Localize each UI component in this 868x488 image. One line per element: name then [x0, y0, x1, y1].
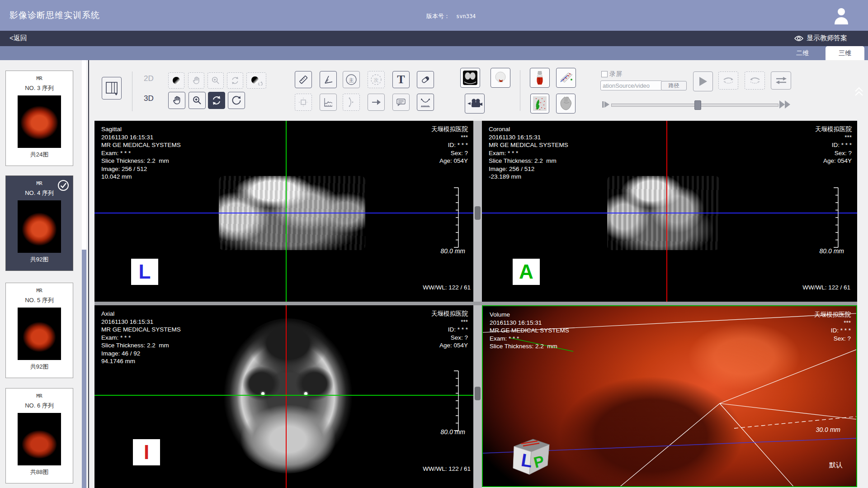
- sagittal-crosshair-horizontal-blue[interactable]: [94, 213, 473, 213]
- angle-icon: [323, 74, 334, 85]
- series-modality: MR: [6, 288, 73, 294]
- series-count: 共88图: [6, 468, 73, 476]
- path-button[interactable]: 路径: [661, 81, 687, 90]
- coronal-crosshair-vertical-red[interactable]: [666, 121, 667, 302]
- curve-ruler-button[interactable]: [417, 94, 434, 111]
- application-window: 影像诊断思维实训系统 版本号：svn334 <返回 显示教师答案 二维 三维 M…: [0, 0, 868, 488]
- main-sequence-button[interactable]: 主: [343, 71, 360, 88]
- loop-backward-button[interactable]: [745, 71, 765, 90]
- frame-slider-thumb[interactable]: [694, 100, 701, 110]
- coronal-info-overlay: Coronal20161130 16:15:31MR GE MEDICAL SY…: [489, 125, 568, 181]
- coronal-crosshair-horizontal-blue[interactable]: [482, 213, 857, 213]
- play-icon: [698, 76, 708, 87]
- slice-scroll-handle-top[interactable]: [475, 206, 481, 220]
- collapse-toolbar-chevron[interactable]: [854, 86, 864, 98]
- series-card-no3[interactable]: MR NO. 3 序列 共24图: [5, 71, 73, 166]
- pan-2d-button[interactable]: [188, 72, 204, 89]
- segmentation-preset-button[interactable]: [530, 94, 549, 114]
- text-annotation-button[interactable]: T: [392, 71, 410, 88]
- series-thumbnail: [18, 413, 61, 465]
- series-card-no4-selected[interactable]: MR NO. 4 序列 共92图: [5, 175, 73, 271]
- roi-box-button[interactable]: [295, 94, 312, 111]
- layout-selector-button[interactable]: [102, 77, 122, 99]
- app-title: 影像诊断思维实训系统: [9, 9, 100, 21]
- svg-text:次: 次: [374, 77, 379, 83]
- header-bar: 影像诊断思维实训系统 版本号：svn334: [0, 0, 868, 31]
- wl-2d-button[interactable]: [168, 72, 184, 89]
- zoom-3d-button[interactable]: [189, 92, 206, 109]
- arrow-annotation-button[interactable]: [368, 94, 385, 111]
- heart-preset-button-disabled[interactable]: [556, 94, 576, 114]
- viewport-axial[interactable]: Axial20161130 16:15:31MR GE MEDICAL SYST…: [94, 305, 473, 488]
- back-button[interactable]: <返回: [9, 34, 27, 43]
- rotate-icon: [231, 76, 240, 85]
- ruler-measure-button[interactable]: [295, 71, 312, 88]
- knee-joint-icon: [532, 70, 547, 85]
- text-tool-glyph: T: [397, 73, 405, 86]
- orientation-cube[interactable]: L P: [510, 432, 552, 476]
- window-level-reset-icon: [250, 76, 263, 85]
- toolbar-divider: [132, 71, 132, 111]
- axial-ct-preset-button[interactable]: [460, 68, 480, 88]
- ruler-icon: [298, 74, 309, 85]
- coronal-patient-overlay: 天堰模拟医院***ID: * * *Sex: ?Age: 054Y: [815, 125, 852, 165]
- slice-scroll-handle-bottom[interactable]: [475, 387, 481, 400]
- skull-3d-icon: [493, 70, 508, 85]
- layout-grid-icon: [105, 81, 118, 96]
- slab-3d-icon: [558, 70, 574, 85]
- histogram-icon: [323, 97, 334, 108]
- secondary-sequence-button[interactable]: 次: [368, 71, 385, 88]
- coronal-scale-label: 80.0 mm: [820, 247, 844, 255]
- eraser-button[interactable]: [417, 71, 434, 88]
- comment-annotation-button[interactable]: [392, 94, 410, 111]
- histogram-curve-button[interactable]: [320, 94, 337, 111]
- export-video-button[interactable]: [465, 94, 485, 114]
- path-button-label: 路径: [669, 82, 679, 90]
- viewport-volume-selected[interactable]: Volume20161130 16:15:31MR GE MEDICAL SYS…: [482, 305, 857, 487]
- curve-draw-button[interactable]: [343, 94, 360, 111]
- tab-2d[interactable]: 二维: [787, 46, 818, 60]
- swap-direction-button[interactable]: [771, 71, 791, 90]
- rotate-3d-button-selected[interactable]: [208, 92, 225, 109]
- volume-preset-label[interactable]: 默认: [829, 461, 843, 469]
- window-level-icon: [172, 76, 181, 85]
- sagittal-crosshair-vertical-green[interactable]: [286, 121, 287, 302]
- viewport-coronal[interactable]: Coronal20161130 16:15:31MR GE MEDICAL SY…: [482, 121, 857, 302]
- segmentation-icon: [533, 96, 547, 111]
- angle-measure-button[interactable]: [320, 71, 337, 88]
- svg-text:主: 主: [349, 77, 354, 83]
- go-to-start-icon[interactable]: [601, 100, 610, 109]
- coronal-scale-ruler: [831, 187, 839, 248]
- series-card-no5[interactable]: MR NO. 5 序列 共92图: [5, 283, 73, 378]
- pan-3d-button[interactable]: [168, 92, 185, 109]
- arc-curve-icon: [346, 97, 357, 108]
- series-thumbnail: [18, 95, 61, 148]
- zoom-2d-button[interactable]: [208, 72, 224, 89]
- series-card-no6[interactable]: MR NO. 6 序列 共88图: [5, 388, 73, 483]
- record-screen-checkbox[interactable]: [601, 71, 608, 77]
- viewport-sagittal[interactable]: Sagittal20161130 16:15:31MR GE MEDICAL S…: [94, 121, 473, 302]
- slab-preset-button[interactable]: [556, 68, 576, 88]
- skull-volume-preset-button[interactable]: [491, 68, 510, 88]
- series-thumbnail: [18, 308, 61, 360]
- play-button[interactable]: [693, 71, 713, 91]
- refresh-icon: [231, 95, 242, 106]
- wl-reset-2d-button[interactable]: [246, 72, 266, 89]
- show-teacher-answer-button[interactable]: 显示教师答案: [794, 34, 847, 43]
- joint-preset-button[interactable]: [530, 68, 550, 88]
- sagittal-orientation-marker: L: [131, 259, 158, 285]
- tab-3d[interactable]: 三维: [826, 46, 864, 60]
- sidebar-scrollbar-thumb[interactable]: [82, 250, 86, 488]
- axial-crosshair-vertical-red[interactable]: [286, 305, 287, 488]
- loop-forward-button[interactable]: [718, 71, 738, 90]
- view-mode-tabstrip: 二维 三维: [0, 46, 868, 60]
- loop-forward-icon: [722, 76, 734, 85]
- rotate-2d-button[interactable]: [227, 72, 243, 89]
- sub-navbar: <返回 显示教师答案: [0, 31, 868, 46]
- user-avatar-icon[interactable]: [833, 6, 849, 24]
- reset-view-3d-button[interactable]: [228, 92, 245, 109]
- axial-crosshair-horizontal-green[interactable]: [94, 395, 473, 396]
- fast-forward-icon[interactable]: [778, 99, 792, 109]
- series-sidebar: MR NO. 3 序列 共24图 MR NO. 4 序列 共92图 MR NO.…: [0, 60, 94, 488]
- video-path-input[interactable]: [600, 81, 662, 90]
